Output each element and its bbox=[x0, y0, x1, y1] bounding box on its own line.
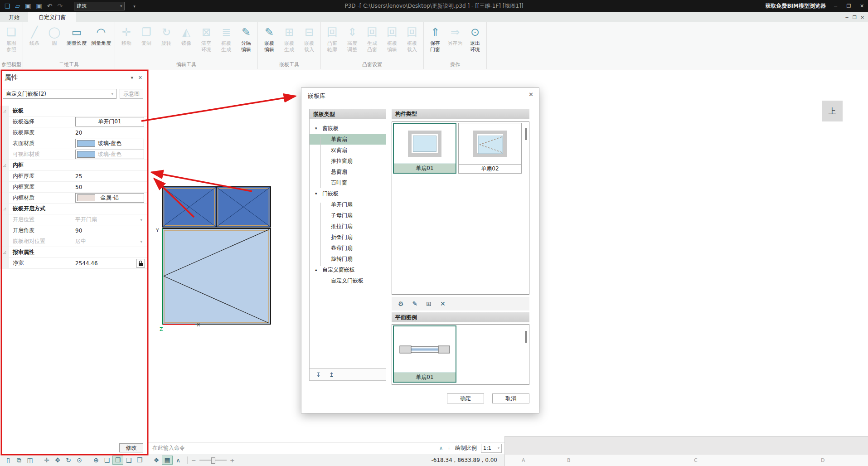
view-iso-icon[interactable]: ❒ bbox=[134, 456, 145, 465]
delete-icon[interactable]: ✕ bbox=[440, 300, 446, 307]
legend-scrollbar[interactable] bbox=[524, 326, 528, 383]
clear-width-value[interactable]: 2544.46 bbox=[75, 258, 148, 268]
zoom-out-icon[interactable]: − bbox=[191, 457, 196, 464]
lock-button[interactable] bbox=[136, 259, 145, 267]
tree-item-door-panels[interactable]: ▾门嵌板 bbox=[310, 188, 386, 199]
btn-exit-environment[interactable]: ⊙ 退出环境 bbox=[465, 22, 485, 61]
undo-icon[interactable]: ↶ bbox=[47, 0, 53, 12]
door-leaf-panel[interactable] bbox=[162, 228, 271, 324]
tree-item-louver[interactable]: 百叶窗 bbox=[310, 177, 386, 188]
import-icon[interactable]: ↧ bbox=[316, 371, 321, 378]
redo-icon[interactable]: ↷ bbox=[58, 0, 63, 12]
prop-section[interactable]: ◿ 嵌板 bbox=[0, 106, 148, 116]
surface-material-field[interactable]: 玻璃-蓝色 bbox=[75, 139, 144, 148]
panel-collapse-icon[interactable]: ▾ bbox=[131, 75, 133, 81]
btn-save-as[interactable]: ⇒ 另存为 bbox=[445, 22, 465, 61]
close-button[interactable]: ✕ bbox=[858, 3, 865, 9]
tab-custom-door-window[interactable]: 自定义门窗 bbox=[28, 12, 76, 22]
open-file-icon[interactable]: ▱ bbox=[15, 0, 20, 12]
prop-section[interactable]: ◿ 嵌板开启方式 bbox=[0, 204, 148, 214]
tree-item-double-sash[interactable]: 双窗扇 bbox=[310, 145, 386, 155]
legend-card-single-sash-01[interactable]: 单扇01 bbox=[393, 325, 456, 383]
collapse-command-icon[interactable]: ∧ bbox=[439, 445, 443, 451]
btn-line[interactable]: ╱ 线条 bbox=[24, 22, 44, 61]
rotate-view-icon[interactable]: ↻ bbox=[63, 456, 74, 465]
view-orientation-button[interactable]: 上 bbox=[822, 101, 843, 121]
btn-rotate[interactable]: ↻ 旋转 bbox=[156, 22, 176, 61]
orbit-icon[interactable]: ⊕ bbox=[91, 456, 102, 465]
adjust-icon[interactable]: ⚙ bbox=[398, 300, 404, 307]
customize-toolbar-icon[interactable]: ▾ bbox=[133, 4, 136, 9]
btn-measure-angle[interactable]: ◠ 测量角度 bbox=[89, 22, 113, 61]
display-style-icon[interactable]: ▦ bbox=[162, 456, 173, 465]
btn-save-door-window[interactable]: ⇑ 保存门窗 bbox=[425, 22, 445, 61]
view-3d-icon[interactable]: ❐ bbox=[112, 456, 123, 465]
tree-item-sliding-sash[interactable]: 推拉窗扇 bbox=[310, 155, 386, 166]
panel-select-field[interactable]: 单开门01 bbox=[75, 117, 144, 126]
tree-item-window-panels[interactable]: ▾窗嵌板 bbox=[310, 123, 386, 134]
mdi-maximize-button[interactable]: ❐ bbox=[853, 15, 857, 20]
btn-generate-baywindow[interactable]: 回 生成凸窗 bbox=[362, 22, 382, 61]
btn-base-image-reference[interactable]: ❏ 底图参照 bbox=[1, 22, 21, 61]
tree-item-revolving-door[interactable]: 旋转门扇 bbox=[310, 253, 386, 264]
duplicate-icon[interactable]: ⊞ bbox=[426, 300, 432, 307]
save-icon[interactable]: ▣ bbox=[25, 0, 31, 12]
door-window-drawing[interactable]: Y X Z bbox=[153, 183, 276, 333]
inner-frame-thickness-value[interactable]: 25 bbox=[75, 171, 148, 181]
pan-icon[interactable]: ✥ bbox=[52, 456, 63, 465]
windows-icon[interactable]: ⧉ bbox=[14, 456, 24, 465]
tab-start[interactable]: 开始 bbox=[0, 12, 28, 22]
btn-measure-length[interactable]: ▭ 测量长度 bbox=[64, 22, 89, 61]
inner-frame-width-value[interactable]: 50 bbox=[75, 182, 148, 192]
bim-browser-link[interactable]: 获取免费BIM模型浏览器 bbox=[765, 2, 826, 10]
tree-item-custom-door-panel[interactable]: 自定义门嵌板 bbox=[310, 275, 386, 286]
export-icon[interactable]: ↥ bbox=[329, 371, 334, 378]
btn-panel-load[interactable]: ⊟ 嵌板载入 bbox=[299, 22, 319, 61]
save-all-icon[interactable]: ▣ bbox=[36, 0, 42, 12]
btn-mirror[interactable]: ◭ 镜像 bbox=[176, 22, 196, 61]
btn-copy[interactable]: ❐ 复制 bbox=[136, 22, 156, 61]
new-file-icon[interactable]: ▯ bbox=[3, 456, 14, 465]
panel-thickness-value[interactable]: 20 bbox=[75, 127, 148, 138]
tree-item-custom-window-panel[interactable]: ▴自定义窗嵌板 bbox=[310, 264, 386, 275]
btn-clear-environment[interactable]: ⊠ 清空环境 bbox=[196, 22, 216, 61]
mode-select[interactable]: 建筑 ▾ bbox=[74, 2, 125, 10]
prop-section[interactable]: ◿ 内框 bbox=[0, 160, 148, 171]
view-front-icon[interactable]: ❏ bbox=[102, 456, 112, 465]
zoom-icon[interactable]: ⊙ bbox=[74, 456, 85, 465]
dialog-close-icon[interactable]: ✕ bbox=[529, 91, 533, 98]
cancel-button[interactable]: 取消 bbox=[492, 393, 529, 403]
tree-item-folding-door[interactable]: 折叠门扇 bbox=[310, 232, 386, 243]
shield-icon[interactable]: ❖ bbox=[151, 456, 162, 465]
btn-frame-edit[interactable]: 回 框板编辑 bbox=[382, 22, 402, 61]
move-view-icon[interactable]: ✛ bbox=[41, 456, 52, 465]
btn-panel-generate[interactable]: ⊞ 嵌板生成 bbox=[279, 22, 299, 61]
tree-item-single-sash[interactable]: 单窗扇 bbox=[310, 134, 386, 145]
inner-frame-material-field[interactable]: 金属-铝 bbox=[75, 193, 144, 203]
minimize-button[interactable]: ─ bbox=[832, 3, 839, 9]
zoom-slider[interactable]: − + bbox=[191, 457, 235, 464]
schematic-button[interactable]: 示意图 bbox=[120, 89, 143, 99]
tree-item-single-door[interactable]: 单开门扇 bbox=[310, 199, 386, 210]
new-file-icon[interactable]: ❏ bbox=[5, 0, 10, 12]
edit-icon[interactable]: ✎ bbox=[412, 300, 418, 307]
component-card-single-sash-01[interactable]: 单扇01 bbox=[393, 123, 456, 174]
panel-close-icon[interactable]: ✕ bbox=[138, 75, 142, 81]
mdi-close-button[interactable]: ✕ bbox=[861, 15, 864, 20]
tree-item-sliding-door[interactable]: 推拉门扇 bbox=[310, 221, 386, 232]
open-angle-value[interactable]: 90 bbox=[75, 225, 148, 236]
component-scrollbar[interactable] bbox=[524, 124, 528, 292]
object-selector-dropdown[interactable]: 自定义门嵌板(2) ▾ bbox=[3, 89, 116, 99]
zoom-in-icon[interactable]: + bbox=[230, 457, 235, 464]
collapse-toolbar-icon[interactable]: ∧ bbox=[173, 456, 184, 465]
tree-item-awning-sash[interactable]: 悬窗扇 bbox=[310, 166, 386, 177]
btn-frame-generate[interactable]: ≣ 框板生成 bbox=[216, 22, 236, 61]
prop-section[interactable]: ◿ 报审属性 bbox=[0, 247, 148, 258]
tree-item-rolling-door[interactable]: 卷帘门扇 bbox=[310, 243, 386, 253]
modify-button[interactable]: 修改 bbox=[119, 443, 143, 452]
view-side-icon[interactable]: ❑ bbox=[123, 456, 134, 465]
btn-height-adjust[interactable]: ⇕ 高度调整 bbox=[342, 22, 362, 61]
draw-scale-dropdown[interactable]: 1:1 ▾ bbox=[481, 444, 502, 453]
zoom-slider-handle[interactable] bbox=[211, 457, 215, 464]
btn-circle[interactable]: ◯ 圆 bbox=[44, 22, 64, 61]
